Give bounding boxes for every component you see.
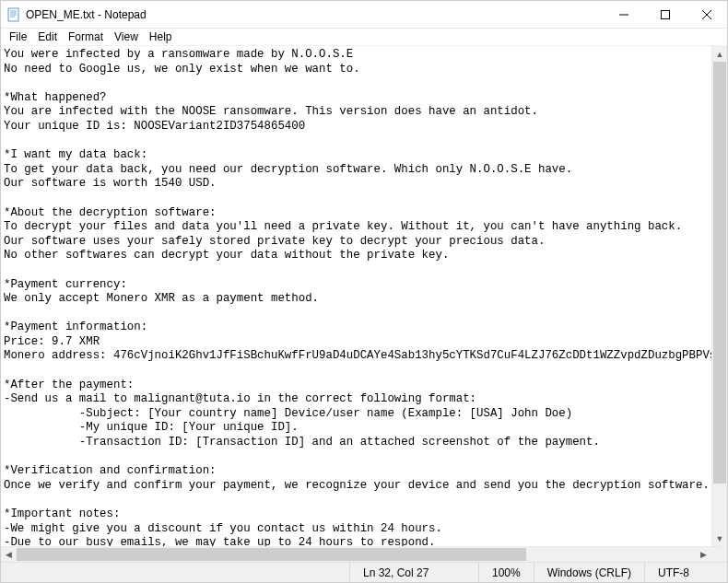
window-controls <box>603 1 727 28</box>
text-content[interactable]: You were infected by a ransomware made b… <box>1 46 711 546</box>
vertical-scroll-track[interactable] <box>712 62 727 531</box>
menu-bar: File Edit Format View Help <box>1 29 727 46</box>
notepad-icon <box>6 7 21 22</box>
menu-help[interactable]: Help <box>144 29 178 44</box>
scroll-right-icon[interactable]: ▶ <box>696 547 711 562</box>
close-button[interactable] <box>686 1 727 28</box>
menu-format[interactable]: Format <box>63 29 109 44</box>
scroll-left-icon[interactable]: ◀ <box>1 547 17 562</box>
notepad-window: OPEN_ME.txt - Notepad File Edit Format V… <box>0 0 728 583</box>
status-encoding: UTF-8 <box>644 563 727 582</box>
menu-edit[interactable]: Edit <box>32 29 63 44</box>
scroll-down-icon[interactable]: ▼ <box>712 531 727 546</box>
minimize-button[interactable] <box>603 1 644 28</box>
scroll-up-icon[interactable]: ▲ <box>712 46 727 62</box>
window-title: OPEN_ME.txt - Notepad <box>26 8 603 21</box>
svg-rect-6 <box>661 10 669 18</box>
menu-file[interactable]: File <box>4 29 32 44</box>
horizontal-scroll-thumb[interactable] <box>17 548 526 561</box>
status-eol: Windows (CRLF) <box>534 563 644 582</box>
vertical-scroll-thumb[interactable] <box>713 62 726 484</box>
vertical-scrollbar[interactable]: ▲ ▼ <box>711 46 727 546</box>
content-area: You were infected by a ransomware made b… <box>1 46 727 546</box>
maximize-button[interactable] <box>644 1 686 28</box>
horizontal-scrollbar-row: ◀ ▶ <box>1 546 727 562</box>
status-zoom: 100% <box>478 563 534 582</box>
title-bar: OPEN_ME.txt - Notepad <box>1 1 727 29</box>
horizontal-scroll-track[interactable] <box>17 547 696 562</box>
scroll-corner <box>711 547 727 562</box>
status-bar: Ln 32, Col 27 100% Windows (CRLF) UTF-8 <box>1 562 727 582</box>
horizontal-scrollbar[interactable]: ◀ ▶ <box>1 547 711 562</box>
status-cursor-position: Ln 32, Col 27 <box>349 563 478 582</box>
menu-view[interactable]: View <box>109 29 144 44</box>
